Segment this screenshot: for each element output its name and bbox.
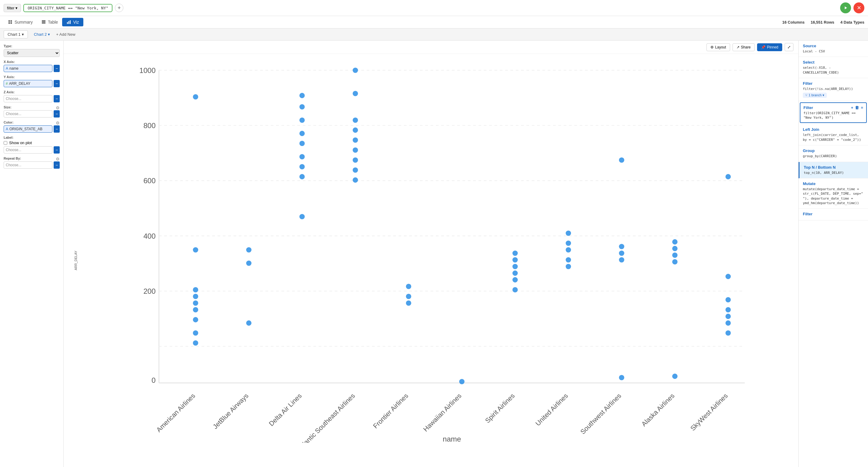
table-tab[interactable]: Table xyxy=(37,18,62,26)
share-button[interactable]: ↗ Share xyxy=(733,43,755,51)
color-gear-icon[interactable]: ⚙ xyxy=(56,121,60,125)
share-label: Share xyxy=(741,45,751,49)
run-button[interactable] xyxy=(840,2,851,13)
svg-point-72 xyxy=(566,231,571,236)
xaxis-remove-button[interactable]: − xyxy=(54,65,60,72)
filter-button-label: filter ▾ xyxy=(7,6,18,10)
menu-icon[interactable]: ≡ xyxy=(861,105,863,110)
scatter-chart: 1000 800 600 400 200 0 American Airlines… xyxy=(82,57,795,443)
filter2-code: filter(ORIGIN_CITY_NAME == "New York, NY… xyxy=(803,111,863,120)
label-remove-button[interactable]: − xyxy=(54,146,60,154)
pipeline-topn[interactable]: Top N / Bottom N top_n(10, ARR_DELAY) xyxy=(799,162,868,178)
svg-point-81 xyxy=(619,375,624,380)
summary-tab[interactable]: Summary xyxy=(4,18,37,26)
plus-icon-2[interactable]: + xyxy=(851,105,854,110)
add-chart-button[interactable]: + Add New xyxy=(56,32,75,37)
group-title: Group xyxy=(803,148,864,153)
svg-point-80 xyxy=(619,257,624,263)
pipeline-mutate[interactable]: Mutate mutate(departure_date_time = str_… xyxy=(799,178,868,209)
filter-pill[interactable]: ORIGIN_CITY_NAME == "New York, NY" xyxy=(23,4,113,12)
svg-point-61 xyxy=(353,177,358,183)
plus-icon: + xyxy=(118,5,121,11)
types-stat: 4 Data Types xyxy=(840,20,864,25)
svg-point-60 xyxy=(353,167,358,173)
repeat-remove-button[interactable]: − xyxy=(54,161,60,169)
right-panel: Source Local - CSV Select select(-X18, -… xyxy=(798,41,868,467)
svg-point-78 xyxy=(619,244,624,249)
pipeline-filter1[interactable]: Filter filter(!is.na(ARR_DELAY)) ⑂ 1 bra… xyxy=(799,78,868,101)
zaxis-remove-button[interactable]: − xyxy=(54,95,60,102)
zaxis-field: Z Axis: Choose... − xyxy=(4,90,60,102)
svg-point-93 xyxy=(725,330,731,336)
svg-point-71 xyxy=(513,287,518,293)
pipeline-filter3[interactable]: Filter xyxy=(799,209,868,221)
zaxis-label: Z Axis: xyxy=(4,90,60,94)
source-code: Local - CSV xyxy=(803,49,864,54)
close-button[interactable]: ✕ xyxy=(854,2,864,13)
pipeline-group[interactable]: Group group_by(CARRIER) xyxy=(799,145,868,162)
svg-text:600: 600 xyxy=(143,176,155,185)
show-on-plot-checkbox[interactable] xyxy=(4,141,7,145)
leftjoin-title: Left Join xyxy=(803,127,864,132)
filter-button[interactable]: filter ▾ xyxy=(4,4,21,12)
mutate-code: mutate(departure_date_time = str_c(FL_DA… xyxy=(803,187,864,206)
label-select[interactable]: Choose... xyxy=(4,146,53,154)
xaxis-label: X Axis: xyxy=(4,60,60,64)
gear-icon-2: ⚙ xyxy=(710,45,714,49)
color-select[interactable]: A ORIGIN_STATE_AB xyxy=(4,125,53,133)
type-select[interactable]: Scatter xyxy=(4,49,60,57)
svg-text:United Airlines: United Airlines xyxy=(534,392,569,427)
size-gear-icon[interactable]: ⚙ xyxy=(56,105,60,110)
yaxis-select[interactable]: # ARR_DELAY xyxy=(4,80,53,87)
zaxis-select[interactable]: Choose... xyxy=(4,95,53,102)
svg-point-44 xyxy=(300,93,305,98)
xaxis-control: A name − xyxy=(4,65,60,72)
svg-point-50 xyxy=(300,164,305,170)
pipeline-leftjoin[interactable]: Left Join left_join(carrier_code_list, b… xyxy=(799,124,868,145)
color-label: Color: xyxy=(4,121,13,124)
grid-icon xyxy=(8,20,13,25)
viz-tab[interactable]: Viz xyxy=(62,18,83,26)
svg-point-35 xyxy=(193,300,198,306)
repeat-field: Repeat By: ⚙ Choose... − xyxy=(4,157,60,169)
size-remove-button[interactable]: − xyxy=(54,110,60,118)
xaxis-select[interactable]: A name xyxy=(4,65,53,72)
svg-point-40 xyxy=(193,94,198,100)
size-select[interactable]: Choose... xyxy=(4,110,53,118)
svg-point-43 xyxy=(246,321,252,326)
filter-pill-text: ORIGIN_CITY_NAME == "New York, NY" xyxy=(28,6,108,10)
filter1-title: Filter xyxy=(803,81,864,86)
svg-point-62 xyxy=(406,284,411,289)
repeat-select[interactable]: Choose... xyxy=(4,161,53,169)
chart1-tab[interactable]: Chart 1 ▾ xyxy=(4,30,28,38)
branch-pill[interactable]: ⑂ 1 branch ▾ xyxy=(803,93,827,98)
left-panel: Type: Scatter X Axis: A name − Y Axis: xyxy=(0,41,64,467)
chart2-tab[interactable]: Chart 2 ▾ xyxy=(30,31,54,38)
svg-point-37 xyxy=(193,317,198,323)
layout-label: Layout xyxy=(715,45,726,49)
chart-toolbar: ⚙ Layout ↗ Share 📌 Pinned ⤢ xyxy=(64,41,798,54)
svg-point-67 xyxy=(513,257,518,263)
color-remove-button[interactable]: − xyxy=(54,125,60,133)
svg-point-39 xyxy=(193,340,198,346)
branch-icon: ⑂ xyxy=(805,93,807,97)
svg-point-45 xyxy=(300,104,305,110)
svg-point-65 xyxy=(459,379,465,384)
svg-rect-0 xyxy=(8,20,10,22)
color-type-icon: A xyxy=(6,127,8,131)
pipeline-select[interactable]: Select select(-X18, -CANCELLATION_CODE) xyxy=(799,57,868,78)
pipeline-source[interactable]: Source Local - CSV xyxy=(799,41,868,57)
layout-button[interactable]: ⚙ Layout xyxy=(707,43,730,51)
yaxis-remove-button[interactable]: − xyxy=(54,80,60,87)
columns-stat: 16 Columns xyxy=(782,20,805,25)
pipeline-filter2[interactable]: Filter + 🗑 ≡ filter(ORIGIN_CITY_NAME == … xyxy=(800,102,867,123)
expand-button[interactable]: ⤢ xyxy=(785,43,794,51)
pinned-button[interactable]: 📌 Pinned xyxy=(757,43,782,51)
svg-text:American Airlines: American Airlines xyxy=(155,392,197,434)
trash-icon[interactable]: 🗑 xyxy=(855,105,859,110)
repeat-gear-icon[interactable]: ⚙ xyxy=(56,157,60,161)
add-filter-button[interactable]: + xyxy=(115,4,123,12)
color-field: Color: ⚙ A ORIGIN_STATE_AB − xyxy=(4,121,60,133)
filter3-title: Filter xyxy=(803,212,864,216)
svg-point-64 xyxy=(406,300,411,306)
